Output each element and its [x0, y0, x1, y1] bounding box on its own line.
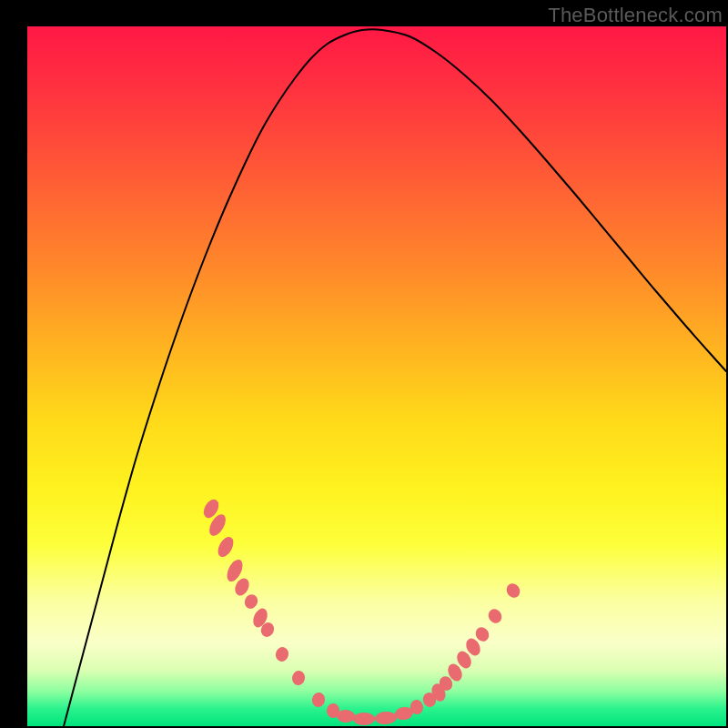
curve-markers — [200, 497, 522, 725]
curve-marker — [311, 692, 327, 708]
chart-svg — [27, 26, 726, 726]
curve-marker — [486, 607, 504, 626]
curve-marker — [353, 713, 375, 725]
curve-marker — [375, 711, 398, 725]
curve-marker — [242, 592, 259, 611]
curve-marker — [274, 645, 290, 663]
chart-frame: TheBottleneck.com — [0, 0, 728, 728]
curve-marker — [215, 534, 237, 560]
curve-marker — [504, 581, 523, 600]
watermark-text: TheBottleneck.com — [548, 4, 723, 27]
curve-marker — [290, 670, 306, 687]
bottleneck-curve — [64, 29, 726, 726]
